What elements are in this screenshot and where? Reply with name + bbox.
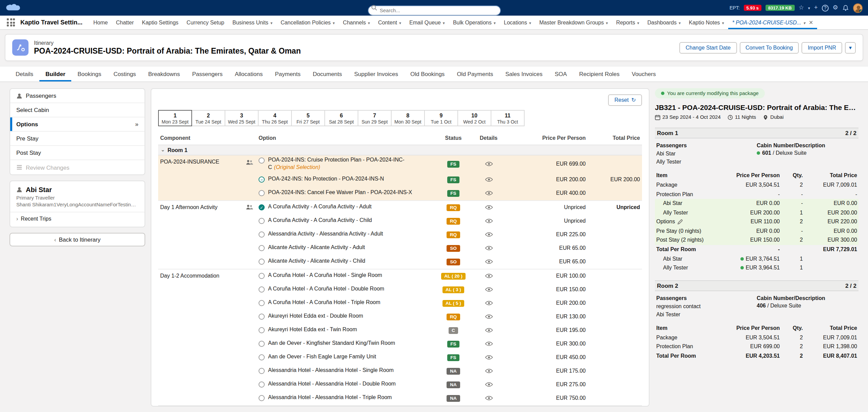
chevron-down-icon[interactable]: ▾ [606, 20, 608, 25]
nav-tab[interactable]: Content ▾ [374, 16, 405, 29]
sidebar-step-item[interactable]: Select Cabin [10, 103, 145, 117]
record-tab[interactable]: SOA [549, 67, 573, 81]
convert-to-booking-button[interactable]: Convert To Booking [739, 42, 799, 53]
help-icon[interactable]: ? [822, 4, 829, 11]
chevron-down-icon[interactable]: ▾ [722, 20, 724, 25]
option-label[interactable]: A Coruña Activity - A Coruña Activity - … [268, 204, 372, 211]
nav-tab[interactable]: Chatter [112, 16, 138, 29]
room-group-header[interactable]: ⌄ Room 1 [158, 145, 642, 155]
option-radio[interactable] [259, 157, 265, 164]
day-tab[interactable]: 11 Thu 3 Oct [491, 110, 525, 126]
day-tab[interactable]: 8 Mon 30 Sept [391, 110, 425, 126]
details-eye-icon[interactable] [485, 259, 492, 264]
nav-tab[interactable]: Home [89, 16, 112, 29]
details-eye-icon[interactable] [485, 246, 492, 250]
option-label[interactable]: Aan de Oever - Fish Eagle Large Family U… [268, 354, 376, 361]
day-tab[interactable]: 5 Fri 27 Sept [291, 110, 325, 126]
option-label[interactable]: Alicante Activity - Alicante Activity - … [268, 244, 365, 252]
details-eye-icon[interactable] [485, 382, 492, 387]
option-radio[interactable] [259, 245, 265, 251]
option-label[interactable]: Akureyri Hotel Edda ext - Twin Room [268, 326, 357, 334]
nav-tab[interactable]: Dashboards ▾ [643, 16, 685, 29]
option-label[interactable]: Aan de Oever - Kingfisher Standard King/… [268, 340, 395, 348]
chevron-down-icon[interactable]: ▾ [368, 20, 370, 25]
app-name[interactable]: Kaptio Travel Settin... [20, 19, 82, 26]
details-eye-icon[interactable] [485, 205, 492, 210]
sidebar-step-item[interactable]: Passengers [10, 89, 145, 103]
details-eye-icon[interactable] [485, 301, 492, 305]
nav-tab[interactable]: Kaptio Settings [138, 16, 183, 29]
quick-add-icon[interactable]: + [814, 5, 818, 11]
change-start-date-button[interactable]: Change Start Date [680, 42, 737, 53]
nav-tab[interactable]: Reports ▾ [612, 16, 643, 29]
details-eye-icon[interactable] [485, 355, 492, 360]
day-tab[interactable]: 2 Tue 24 Sept [191, 110, 225, 126]
day-tab[interactable]: 6 Sat 28 Sept [324, 110, 358, 126]
option-radio[interactable] [259, 368, 265, 374]
day-tab[interactable]: 10 Wed 2 Oct [457, 110, 491, 126]
option-radio[interactable] [259, 218, 265, 224]
option-label[interactable]: Alessandria Hotel - Alessandria Hotel - … [268, 381, 396, 388]
option-label[interactable]: Alicante Activity - Alicante Activity - … [268, 258, 365, 265]
record-tab[interactable]: Old Payments [451, 67, 499, 81]
record-tab[interactable]: Payments [269, 67, 307, 81]
nav-tab[interactable]: Bulk Operations ▾ [449, 16, 500, 29]
details-eye-icon[interactable] [485, 177, 492, 182]
setup-gear-icon[interactable]: ⚙ [833, 5, 838, 11]
option-label[interactable]: A Coruña Hotel - A Coruña Hotel - Triple… [268, 299, 380, 307]
record-tab[interactable]: Supplier Invoices [348, 67, 404, 81]
option-radio[interactable] [259, 259, 265, 265]
chevron-down-icon[interactable]: ▾ [443, 20, 445, 25]
details-eye-icon[interactable] [485, 191, 492, 195]
chevron-down-icon[interactable]: ▾ [529, 20, 531, 25]
option-radio[interactable] [259, 341, 265, 347]
option-label[interactable]: Alessandria Hotel - Alessandria Hotel - … [268, 394, 392, 402]
details-eye-icon[interactable] [485, 314, 492, 319]
more-actions-button[interactable]: ▾ [845, 42, 856, 53]
nav-tab[interactable]: * POA-2024-CRUISE-USD... ▾ ✕ [728, 16, 817, 29]
option-radio[interactable] [259, 300, 265, 306]
option-radio[interactable]: ✓ [259, 204, 265, 210]
chevron-down-icon[interactable]: ▾ [637, 20, 639, 25]
sidebar-step-item[interactable]: Pre Stay [10, 132, 145, 146]
option-label[interactable]: Alessandria Activity - Alessandria Activ… [268, 231, 383, 238]
sidebar-step-item[interactable]: Options » [10, 117, 145, 132]
details-eye-icon[interactable] [485, 232, 492, 237]
details-eye-icon[interactable] [485, 287, 492, 292]
nav-tab[interactable]: Channels ▾ [339, 16, 374, 29]
chevron-down-icon[interactable]: ▾ [494, 20, 496, 25]
chevron-down-icon[interactable]: ▾ [270, 20, 272, 25]
chevron-down-icon[interactable]: ▾ [399, 20, 401, 25]
nav-tab[interactable]: Master Breakdown Groups ▾ [535, 16, 612, 29]
record-tab[interactable]: Documents [307, 67, 348, 81]
recent-trips-toggle[interactable]: › Recent Trips [16, 216, 138, 222]
nav-tab[interactable]: Business Units ▾ [228, 16, 277, 29]
record-tab[interactable]: Recipient Roles [573, 67, 626, 81]
option-radio[interactable] [259, 314, 265, 320]
option-radio[interactable] [259, 395, 265, 401]
record-tab[interactable]: Passengers [186, 67, 229, 81]
option-radio[interactable]: − [259, 176, 265, 183]
record-tab[interactable]: Bookings [72, 67, 108, 81]
record-tab[interactable]: Allocations [229, 67, 269, 81]
details-eye-icon[interactable] [485, 341, 492, 346]
option-label[interactable]: A Coruña Hotel - A Coruña Hotel - Double… [268, 286, 384, 293]
details-eye-icon[interactable] [485, 369, 492, 373]
nav-tab[interactable]: Cancellation Policies ▾ [277, 16, 339, 29]
record-tab[interactable]: Builder [39, 67, 72, 81]
details-eye-icon[interactable] [485, 219, 492, 223]
record-tab[interactable]: Breakdowns [142, 67, 186, 81]
option-label[interactable]: POA-2024-INS: Cancel Fee Waiver Plan - P… [268, 189, 412, 197]
day-tab[interactable]: 7 Sun 29 Sept [358, 110, 392, 126]
chevron-down-icon[interactable]: ▾ [679, 20, 681, 25]
app-launcher-icon[interactable] [7, 18, 15, 26]
chevron-down-icon[interactable]: ▾ [803, 20, 805, 25]
details-eye-icon[interactable] [485, 396, 492, 400]
record-tab[interactable]: Sales Invoices [499, 67, 549, 81]
sidebar-step-item[interactable]: Review Changes [10, 160, 145, 174]
option-radio[interactable] [259, 231, 265, 238]
option-label[interactable]: POA-242-INS: No Protection - POA-2024-IN… [268, 176, 384, 183]
record-tab[interactable]: Costings [107, 67, 142, 81]
reset-button[interactable]: Reset ↻ [608, 94, 642, 106]
record-tab[interactable]: Details [10, 67, 39, 81]
